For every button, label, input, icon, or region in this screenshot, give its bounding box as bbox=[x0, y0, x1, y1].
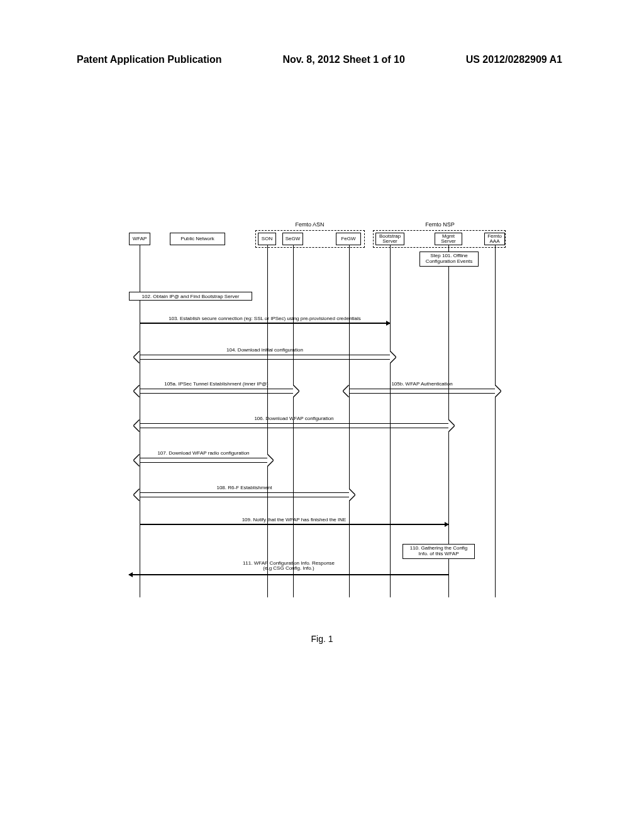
label-step-106: 106. Download WFAP configuration bbox=[140, 416, 448, 421]
label-step-105a: 105a. IPSec Tunnel Establishment (inner … bbox=[140, 382, 293, 387]
node-segw: SeGW bbox=[282, 233, 303, 245]
figure-caption: Fig. 1 bbox=[0, 634, 644, 644]
label-step-105b: 105b. WFAP Authentication bbox=[349, 382, 495, 387]
sequence-diagram: Femto ASN Femto NSP WFAP Public Network … bbox=[129, 226, 514, 629]
label-step-104: 104. Download initial configuration bbox=[140, 348, 390, 353]
label-step-111: 111. WFAP Configuration Info. Response(e… bbox=[129, 561, 448, 572]
arrow-step-111: 111. WFAP Configuration Info. Response(e… bbox=[129, 574, 448, 575]
group-label-asn: Femto ASN bbox=[261, 221, 358, 228]
node-fegw: FeGW bbox=[336, 233, 361, 245]
node-femto-aaa: FemtoAAA bbox=[484, 233, 505, 245]
node-son: SON bbox=[258, 233, 276, 245]
arrow-step-103: 103. Establish secure connection (eg: SS… bbox=[140, 323, 390, 324]
label-step-107: 107. Download WFAP radio configuration bbox=[140, 451, 267, 456]
node-bootstrap-server: BootstrapServer bbox=[375, 233, 404, 245]
page-header: Patent Application Publication Nov. 8, 2… bbox=[0, 54, 644, 65]
step-101-box: Step 101. OfflineConfiguration Events bbox=[419, 252, 479, 267]
label-step-103: 103. Establish secure connection (eg: SS… bbox=[140, 316, 390, 321]
node-public-network: Public Network bbox=[170, 233, 225, 245]
group-label-nsp: Femto NSP bbox=[375, 221, 504, 228]
header-sheet: Nov. 8, 2012 Sheet 1 of 10 bbox=[282, 54, 404, 65]
step-102-box: 102. Obtain IP@ and Find Bootstrap Serve… bbox=[129, 292, 252, 301]
label-step-109: 109. Notify that the WFAP has finished t… bbox=[140, 517, 448, 523]
lifeline-aaa bbox=[495, 245, 496, 597]
header-publication: Patent Application Publication bbox=[77, 54, 222, 65]
step-110-box: 110. Gathering the ConfigInfo. of this W… bbox=[402, 544, 475, 559]
node-mgmt-server: MgmtServer bbox=[435, 233, 462, 245]
node-wfap: WFAP bbox=[129, 233, 150, 245]
header-docnum: US 2012/0282909 A1 bbox=[466, 54, 562, 65]
arrow-step-109: 109. Notify that the WFAP has finished t… bbox=[140, 524, 448, 525]
label-step-108: 108. R6-F Establishment bbox=[140, 485, 349, 490]
